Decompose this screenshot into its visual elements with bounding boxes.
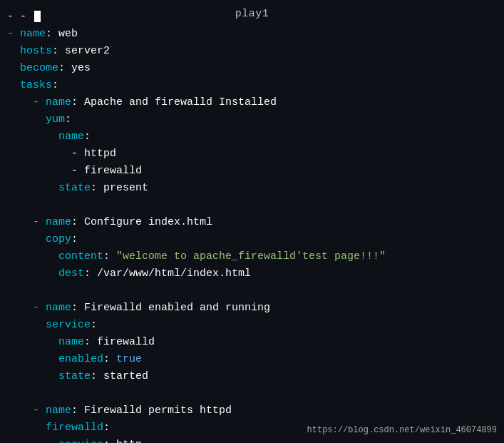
code-area: - - - name: web hosts: server2 become: y… bbox=[0, 6, 504, 443]
line-tasks: tasks: bbox=[7, 77, 504, 94]
line-firewalld-pkg: - firewalld bbox=[7, 163, 504, 180]
terminal-window: play1 - - - name: web hosts: server2 bec… bbox=[0, 0, 504, 443]
line-state-present: state: present bbox=[7, 180, 504, 197]
line-task1-name: - name: Apache and firewalld Installed bbox=[7, 94, 504, 111]
line-httpd: - httpd bbox=[7, 146, 504, 163]
line-yum-name: name: bbox=[7, 128, 504, 146]
line-name-web: - name: web bbox=[7, 26, 504, 43]
line-blank1 bbox=[7, 197, 504, 214]
line-service-http: service: http bbox=[7, 437, 504, 443]
line-dest: dest: /var/www/html/index.html bbox=[7, 265, 504, 282]
line-service: service: bbox=[7, 317, 504, 334]
watermark: https://blog.csdn.net/weixin_46074899 bbox=[307, 424, 497, 437]
line-enabled: enabled: true bbox=[7, 351, 504, 368]
title-bar: play1 bbox=[235, 6, 269, 22]
line-copy: copy: bbox=[7, 231, 504, 248]
line-blank3 bbox=[7, 385, 504, 402]
line-hosts: hosts: server2 bbox=[7, 43, 504, 60]
line-yum: yum: bbox=[7, 111, 504, 128]
line-become: become: yes bbox=[7, 60, 504, 77]
line-task2-name: - name: Configure index.html bbox=[7, 214, 504, 231]
line-service-name: name: firewalld bbox=[7, 334, 504, 351]
line-blank2 bbox=[7, 282, 504, 300]
line-task4-name: - name: Firewalld permits httpd bbox=[7, 402, 504, 419]
line-state-started: state: started bbox=[7, 368, 504, 385]
title-text: play1 bbox=[235, 8, 269, 20]
line-task3-name: - name: Firewalld enabled and running bbox=[7, 300, 504, 317]
line-content: content: "welcome to apache_firewalld'te… bbox=[7, 248, 504, 265]
